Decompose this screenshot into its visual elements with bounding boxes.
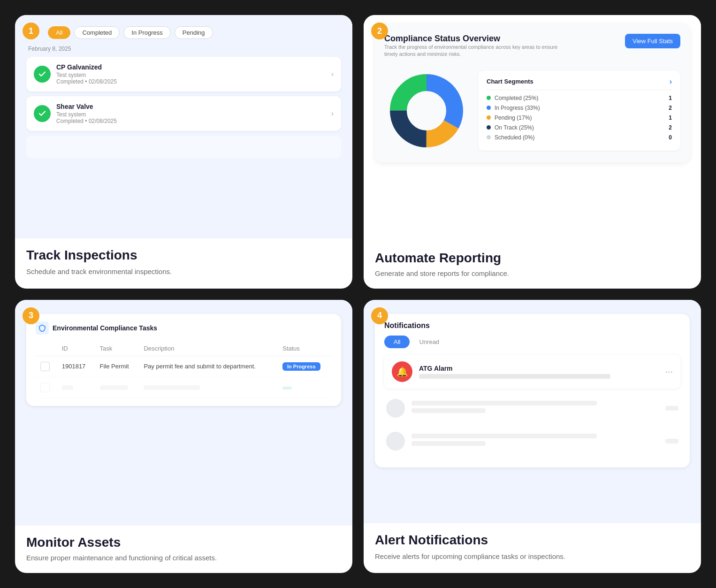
q1-heading: Track Inspections (26, 248, 341, 263)
line-ph-short-2 (411, 441, 486, 446)
q2-badge-number: 2 (371, 23, 388, 39)
col-check (36, 341, 57, 356)
q4-preview: 4 Notifications All Unread 🔔 ATG Alarm ·… (364, 300, 701, 523)
q4-description: Receive alerts for upcoming compliance t… (375, 551, 690, 562)
q2-text-section: Automate Reporting Generate and store re… (364, 241, 701, 289)
tab-all[interactable]: All (384, 336, 410, 348)
check-icon-1 (34, 66, 51, 83)
status-badge-green-ph (282, 387, 292, 389)
inspection-sub-1: Test systemCompleted • 02/08/2025 (56, 72, 326, 85)
row-checkbox-ph (40, 383, 50, 392)
q1-preview: 1 All Completed In Progress Pending Febr… (15, 15, 352, 238)
filter-pending-btn[interactable]: Pending (175, 26, 213, 39)
inspection-title-2: Shear Valve (56, 103, 326, 110)
q4-card: Notifications All Unread 🔔 ATG Alarm ··· (375, 314, 690, 467)
inspection-title-1: CP Galvanized (56, 63, 326, 71)
table-row-1[interactable]: 1901817 File Permit Pay permit fee and s… (36, 356, 332, 377)
legend-row-0: Completed (25%) 1 (487, 95, 672, 101)
notification-card-1[interactable]: 🔔 ATG Alarm ··· (384, 355, 680, 389)
q3-heading: Monitor Assets (26, 535, 341, 550)
q3-preview: 3 Environmental Compliance Tasks ID Task… (15, 300, 352, 526)
q2-card-subtitle: Track the progress of environmental comp… (384, 44, 572, 58)
q3-card-header: Environmental Compliance Tasks (36, 321, 332, 335)
legend-row-1: In Progress (33%) 2 (487, 105, 672, 111)
notif-avatar-ph-1 (386, 399, 405, 418)
legend-row-4: Scheduled (0%) 0 (487, 134, 672, 141)
q1-text-section: Track Inspections Schedule and track env… (15, 238, 352, 289)
notif-lines-2 (411, 434, 659, 449)
tab-unread[interactable]: Unread (410, 336, 449, 348)
q4-heading: Alert Notifications (375, 533, 690, 548)
table-row-placeholder (36, 377, 332, 398)
notif-name-1: ATG Alarm (419, 365, 658, 372)
q1-badge-number: 1 (23, 23, 39, 39)
cell-task-1: File Permit (95, 356, 139, 377)
q3-table-title: Environmental Compliance Tasks (53, 324, 157, 332)
alarm-icon: 🔔 (392, 361, 412, 382)
donut-chart (384, 69, 469, 153)
q3-card: Environmental Compliance Tasks ID Task D… (26, 314, 341, 406)
inspection-card-placeholder (26, 136, 341, 158)
view-full-stats-btn[interactable]: View Full Stats (625, 34, 680, 48)
notif-content-1: ATG Alarm (419, 365, 658, 379)
chevron-icon-1: › (331, 70, 334, 78)
q3-text-section: Monitor Assets Ensure proper maintenance… (15, 526, 352, 573)
q3-badge-number: 3 (23, 307, 39, 324)
q4-notif-title: Notifications (384, 321, 680, 330)
notif-avatar-ph-2 (386, 432, 405, 451)
filter-inprogress-btn[interactable]: In Progress (123, 26, 170, 39)
q1-date: February 8, 2025 (26, 46, 341, 52)
row-checkbox-1[interactable] (40, 362, 50, 371)
q3-table: ID Task Description Status 1901817 File … (36, 341, 332, 398)
cell-desc-1: Pay permit fee and submit to department. (139, 356, 278, 377)
legend-box: Chart Segments › Completed (25%) 1 In Pr… (478, 71, 680, 151)
q2-chart-area: Chart Segments › Completed (25%) 1 In Pr… (384, 69, 680, 153)
q1-filter-row: All Completed In Progress Pending (26, 26, 341, 39)
legend-header: Chart Segments › (487, 77, 672, 90)
q2-card-titles: Compliance Status Overview Track the pro… (384, 34, 572, 66)
q3-description: Ensure proper maintenance and functionin… (26, 554, 341, 562)
col-id: ID (57, 341, 95, 356)
filter-completed-btn[interactable]: Completed (74, 26, 120, 39)
line-ph-long-1 (411, 401, 597, 405)
inspection-info-1: CP Galvanized Test systemCompleted • 02/… (56, 63, 326, 85)
q2-preview: 2 Compliance Status Overview Track the p… (364, 15, 701, 241)
line-ph-short-1 (411, 408, 486, 413)
col-status: Status (278, 341, 332, 356)
q4-badge-number: 4 (371, 307, 388, 324)
quadrant-4: 4 Notifications All Unread 🔔 ATG Alarm ·… (364, 300, 701, 573)
cell-id-1: 1901817 (57, 356, 95, 377)
q1-description: Schedule and track environmental inspect… (26, 267, 341, 277)
q2-description: Generate and store reports for complianc… (375, 269, 690, 277)
compliance-icon (36, 321, 49, 335)
legend-row-2: Pending (17%) 1 (487, 115, 672, 121)
dash-ph-1 (665, 406, 678, 411)
inspection-card-1[interactable]: CP Galvanized Test systemCompleted • 02/… (26, 57, 341, 92)
q4-tabs: All Unread (384, 336, 680, 348)
quadrant-3: 3 Environmental Compliance Tasks ID Task… (15, 300, 352, 573)
dash-ph-2 (665, 439, 678, 443)
notif-placeholder-2 (384, 427, 680, 455)
inspection-sub-2: Test systemCompleted • 02/08/2025 (56, 111, 326, 124)
q4-text-section: Alert Notifications Receive alerts for u… (364, 523, 701, 573)
more-options-icon[interactable]: ··· (665, 366, 673, 377)
status-badge-inprog: In Progress (282, 362, 320, 371)
col-desc: Description (139, 341, 278, 356)
line-ph-long-2 (411, 434, 597, 438)
check-icon-2 (34, 105, 51, 122)
q2-card-header: Compliance Status Overview Track the pro… (384, 34, 680, 66)
chevron-icon-2: › (331, 109, 334, 118)
quadrant-2: 2 Compliance Status Overview Track the p… (364, 15, 701, 289)
quadrant-1: 1 All Completed In Progress Pending Febr… (15, 15, 352, 289)
notif-sub-1 (419, 374, 610, 379)
q2-card-title: Compliance Status Overview (384, 34, 572, 44)
notif-lines-1 (411, 401, 659, 416)
q2-heading: Automate Reporting (375, 251, 690, 266)
svg-point-5 (409, 93, 444, 129)
inspection-card-2[interactable]: Shear Valve Test systemCompleted • 02/08… (26, 96, 341, 131)
legend-row-3: On Track (25%) 2 (487, 124, 672, 131)
notif-placeholder-1 (384, 394, 680, 422)
filter-all-btn[interactable]: All (48, 26, 70, 39)
inspection-info-2: Shear Valve Test systemCompleted • 02/08… (56, 103, 326, 124)
q2-card: Compliance Status Overview Track the pro… (375, 24, 690, 162)
